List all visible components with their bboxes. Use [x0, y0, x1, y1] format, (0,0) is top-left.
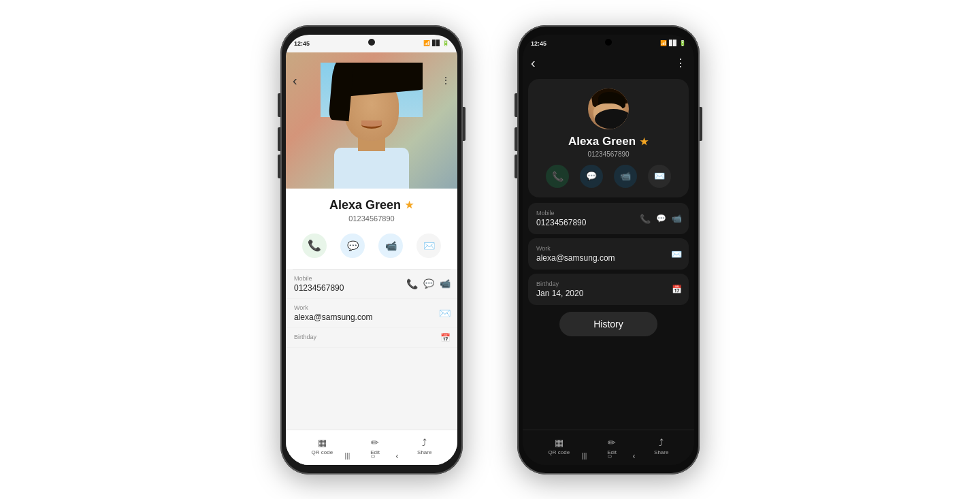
contact-info-light: Alexa Green ★ 01234567890 📞 💬 📹 ✉️: [286, 189, 457, 269]
work-value-light: alexa@samsung.com: [294, 312, 449, 322]
time-light: 12:45: [294, 40, 310, 47]
call-button-light[interactable]: 📞: [302, 234, 327, 258]
bottom-nav-light: ▦ QR code ✏ Edit ⤴ Share ||| ○ ‹: [286, 430, 457, 465]
top-bar-dark: ‹ ⋮: [523, 52, 694, 74]
back-button-light[interactable]: ‹: [293, 73, 297, 88]
phone-light: 12:45 📶 ▊▊ 🔋: [280, 25, 463, 474]
dark-contact-name: Alexa Green ★: [538, 135, 679, 148]
birthday-label-dark: Birthday: [536, 280, 681, 287]
mobile-actions-light: 📞 💬 📹: [406, 278, 451, 289]
email-icon-dark: ✉️: [654, 171, 665, 181]
call-button-dark[interactable]: 📞: [546, 165, 569, 188]
work-email-icon[interactable]: ✉️: [439, 308, 451, 319]
more-button-dark[interactable]: ⋮: [675, 57, 686, 69]
battery-icon: 🔋: [442, 40, 449, 46]
edit-icon-light: ✏: [371, 437, 379, 448]
mobile-msg-icon-dark[interactable]: 💬: [656, 213, 666, 223]
mobile-call-icon-dark[interactable]: 📞: [640, 213, 651, 223]
home-icon-dark[interactable]: ○: [607, 451, 612, 461]
message-icon-light: 💬: [347, 240, 359, 251]
contact-number-light: 01234567890: [295, 214, 448, 223]
mobile-call-icon[interactable]: 📞: [406, 278, 418, 289]
history-section: History: [523, 312, 694, 336]
qr-icon-dark: ▦: [555, 437, 564, 448]
shirt: [334, 148, 409, 189]
hair-dark: [595, 109, 629, 129]
detail-birthday-light: Birthday 📅: [286, 328, 457, 348]
signal-icon-dark: ▊▊: [669, 40, 677, 46]
work-actions-dark: ✉️: [671, 248, 682, 259]
status-icons-light: 📶 ▊▊ 🔋: [423, 40, 449, 46]
screen-dark: 12:45 📶 ▊▊ 🔋 ‹ ⋮ Alex: [523, 35, 694, 465]
work-label-light: Work: [294, 304, 449, 311]
message-button-light[interactable]: 💬: [340, 234, 365, 258]
favorite-star-dark[interactable]: ★: [640, 136, 649, 147]
system-nav-light: ||| ○ ‹: [286, 451, 457, 461]
email-icon-light: ✉️: [423, 240, 435, 251]
video-icon-light: 📹: [385, 240, 397, 251]
work-value-dark: alexa@samsung.com: [536, 253, 681, 263]
share-icon-dark: ⤴: [659, 437, 664, 448]
video-icon-dark: 📹: [620, 171, 631, 181]
birthday-calendar-icon[interactable]: 📅: [440, 333, 451, 342]
video-button-dark[interactable]: 📹: [614, 165, 637, 188]
back-button-dark[interactable]: ‹: [531, 55, 536, 71]
history-button[interactable]: History: [559, 312, 657, 336]
bottom-nav-dark: ▦ QR code ✏ Edit ⤴ Share ||| ○ ‹: [523, 430, 694, 465]
contact-photo-area: ‹ ⋮: [286, 52, 457, 189]
detail-mobile-light: Mobile 01234567890 📞 💬 📹: [286, 270, 457, 299]
detail-birthday-dark: Birthday Jan 14, 2020 📅: [528, 274, 689, 305]
mobile-msg-icon[interactable]: 💬: [423, 278, 434, 289]
work-email-icon-dark[interactable]: ✉️: [671, 248, 682, 259]
wifi-icon: 📶: [423, 40, 430, 46]
dark-header-card: Alexa Green ★ 01234567890 📞 💬 📹 ✉️: [528, 79, 689, 197]
action-icons-dark: 📞 💬 📹 ✉️: [538, 165, 679, 188]
contact-name-light: Alexa Green ★: [295, 198, 448, 212]
birthday-actions-light: 📅: [440, 333, 451, 342]
more-button-light[interactable]: ⋮: [441, 75, 451, 86]
notch-dot-light: [368, 39, 375, 46]
status-bar-dark: 12:45 📶 ▊▊ 🔋: [523, 35, 694, 52]
smile: [361, 120, 382, 129]
video-button-light[interactable]: 📹: [378, 234, 403, 258]
birthday-actions-dark: 📅: [672, 285, 682, 294]
time-dark: 12:45: [531, 40, 546, 47]
email-button-light[interactable]: ✉️: [416, 234, 441, 258]
call-icon-light: 📞: [308, 239, 321, 252]
wifi-icon-dark: 📶: [660, 40, 667, 46]
qr-icon-light: ▦: [318, 437, 327, 448]
mobile-actions-dark: 📞 💬 📹: [640, 213, 682, 223]
top-bar-light: ‹ ⋮: [286, 70, 457, 91]
share-icon-light: ⤴: [422, 437, 427, 448]
call-icon-dark: 📞: [552, 171, 564, 182]
home-icon-light[interactable]: ○: [370, 451, 375, 461]
dark-contact-number: 01234567890: [538, 150, 679, 158]
notch-dot-dark: [605, 39, 612, 46]
mobile-video-icon-dark[interactable]: 📹: [672, 213, 682, 223]
screen-light: 12:45 📶 ▊▊ 🔋: [286, 35, 457, 465]
recents-icon-light[interactable]: |||: [344, 452, 350, 460]
signal-icon: ▊▊: [432, 40, 440, 46]
favorite-star-light[interactable]: ★: [405, 199, 414, 210]
detail-work-dark: Work alexa@samsung.com ✉️: [528, 238, 689, 270]
detail-work-light: Work alexa@samsung.com ✉️: [286, 299, 457, 328]
back-nav-icon-light[interactable]: ‹: [396, 451, 399, 461]
email-button-dark[interactable]: ✉️: [648, 165, 671, 188]
message-button-dark[interactable]: 💬: [580, 165, 603, 188]
avatar-inner: [588, 88, 629, 129]
status-bar-light: 12:45 📶 ▊▊ 🔋: [286, 35, 457, 52]
phone-dark: 12:45 📶 ▊▊ 🔋 ‹ ⋮ Alex: [517, 25, 700, 474]
edit-icon-dark: ✏: [608, 437, 616, 448]
detail-mobile-dark: Mobile 01234567890 📞 💬 📹: [528, 203, 689, 234]
work-label-dark: Work: [536, 245, 681, 252]
message-icon-dark: 💬: [586, 171, 597, 181]
mobile-video-icon[interactable]: 📹: [440, 278, 451, 289]
birthday-calendar-icon-dark[interactable]: 📅: [672, 285, 682, 294]
birthday-label-light: Birthday: [294, 334, 449, 340]
recents-icon-dark[interactable]: |||: [581, 452, 587, 460]
birthday-value-dark: Jan 14, 2020: [536, 289, 681, 298]
work-actions-light: ✉️: [439, 308, 451, 319]
action-icons-light: 📞 💬 📹 ✉️: [295, 229, 448, 263]
back-nav-icon-dark[interactable]: ‹: [633, 451, 636, 461]
status-icons-dark: 📶 ▊▊ 🔋: [660, 40, 686, 46]
